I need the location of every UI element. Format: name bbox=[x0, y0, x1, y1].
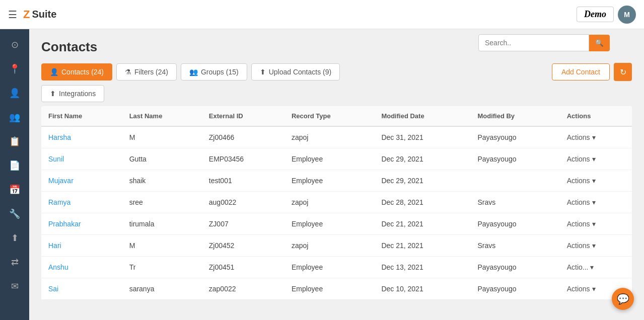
refresh-button[interactable]: ↻ bbox=[614, 63, 632, 81]
upload-tab-label: Upload Contacts (9) bbox=[269, 68, 332, 76]
sidebar: ⊙ 📍 👤 👥 📋 📄 📅 🔧 ⬆ ⇄ ✉ bbox=[0, 29, 29, 320]
sidebar-item-contacts[interactable]: 👤 bbox=[4, 83, 25, 104]
cell-lastname-5: M bbox=[122, 235, 202, 257]
contact-link-2[interactable]: Mujavar bbox=[48, 177, 74, 185]
col-actions: Actions bbox=[560, 106, 632, 126]
table-row: Ramya sree aug0022 zapoj Dec 28, 2021 Sr… bbox=[41, 192, 632, 213]
chevron-down-icon: ▾ bbox=[592, 242, 596, 250]
cell-actions-1: Actions ▾ bbox=[560, 148, 632, 170]
add-contact-button[interactable]: Add Contact bbox=[552, 63, 610, 81]
cell-actions-0: Actions ▾ bbox=[560, 126, 632, 148]
cell-lastname-1: Gutta bbox=[122, 148, 202, 170]
tab-filters[interactable]: ⚗ Filters (24) bbox=[116, 63, 177, 81]
avatar[interactable]: M bbox=[618, 6, 636, 24]
actions-button-3[interactable]: Actions ▾ bbox=[567, 198, 596, 206]
contacts-icon-tab: 👤 bbox=[50, 68, 58, 76]
chevron-down-icon: ▾ bbox=[592, 285, 596, 293]
cell-lastname-0: M bbox=[122, 126, 202, 148]
sidebar-item-email[interactable]: ✉ bbox=[4, 276, 25, 297]
contact-link-4[interactable]: Prabhakar bbox=[48, 220, 81, 228]
cell-modby-1: Payasyougo bbox=[470, 148, 559, 170]
table-row: Sai saranya zap0022 Employee Dec 10, 202… bbox=[41, 278, 632, 300]
cell-firstname-0: Harsha bbox=[41, 126, 122, 148]
sidebar-item-location[interactable]: 📍 bbox=[4, 58, 25, 79]
actions-button-2[interactable]: Actions ▾ bbox=[567, 177, 596, 185]
cell-recordtype-2: Employee bbox=[284, 170, 374, 192]
chevron-down-icon: ▾ bbox=[592, 177, 596, 185]
cell-actions-4: Actions ▾ bbox=[560, 213, 632, 235]
contact-link-0[interactable]: Harsha bbox=[48, 133, 71, 141]
cell-firstname-2: Mujavar bbox=[41, 170, 122, 192]
cell-firstname-7: Sai bbox=[41, 278, 122, 300]
cell-modby-3: Sravs bbox=[470, 192, 559, 213]
contact-link-7[interactable]: Sai bbox=[48, 285, 58, 293]
cell-lastname-6: Tr bbox=[122, 257, 202, 278]
col-lastname: Last Name bbox=[122, 106, 202, 126]
table-row: Hari M Zj00452 zapoj Dec 21, 2021 Sravs … bbox=[41, 235, 632, 257]
logo: Z Suite bbox=[23, 8, 56, 21]
sidebar-item-groups[interactable]: 👥 bbox=[4, 107, 25, 128]
col-externalid: External ID bbox=[202, 106, 284, 126]
actions-button-0[interactable]: Actions ▾ bbox=[567, 133, 596, 141]
sidebar-item-document[interactable]: 📄 bbox=[4, 155, 25, 176]
cell-externalid-4: ZJ007 bbox=[202, 213, 284, 235]
cell-actions-3: Actions ▾ bbox=[560, 192, 632, 213]
tab-integrations[interactable]: ⬆ Integrations bbox=[41, 85, 104, 102]
sidebar-item-tools[interactable]: 🔧 bbox=[4, 203, 25, 224]
contacts-tab-label: Contacts (24) bbox=[61, 68, 104, 76]
toolbar-row1: 👤 Contacts (24) ⚗ Filters (24) 👥 Groups … bbox=[41, 63, 632, 81]
main-content: Contacts 👤 Contacts (24) ⚗ Filters (24) … bbox=[29, 29, 644, 320]
sidebar-item-dashboard[interactable]: ⊙ bbox=[4, 34, 25, 55]
cell-modby-4: Payasyougo bbox=[470, 213, 559, 235]
actions-button-1[interactable]: Actions ▾ bbox=[567, 155, 596, 163]
tab-groups[interactable]: 👥 Groups (15) bbox=[181, 63, 247, 81]
cell-lastname-3: sree bbox=[122, 192, 202, 213]
contact-link-6[interactable]: Anshu bbox=[48, 263, 68, 271]
cell-modby-6: Payasyougo bbox=[470, 257, 559, 278]
table-header: First Name Last Name External ID Record … bbox=[41, 106, 632, 126]
tab-contacts[interactable]: 👤 Contacts (24) bbox=[41, 63, 112, 81]
chevron-down-icon: ▾ bbox=[592, 198, 596, 206]
cell-moddate-6: Dec 13, 2021 bbox=[374, 257, 470, 278]
sidebar-item-list[interactable]: 📋 bbox=[4, 131, 25, 152]
chat-bubble[interactable]: 💬 bbox=[612, 288, 634, 310]
contact-link-5[interactable]: Hari bbox=[48, 242, 61, 250]
table-row: Sunil Gutta EMP03456 Employee Dec 29, 20… bbox=[41, 148, 632, 170]
toolbar-tabs: 👤 Contacts (24) ⚗ Filters (24) 👥 Groups … bbox=[41, 63, 340, 81]
cell-firstname-3: Ramya bbox=[41, 192, 122, 213]
integrations-tab-label: Integrations bbox=[59, 90, 96, 98]
cell-firstname-5: Hari bbox=[41, 235, 122, 257]
contact-link-1[interactable]: Sunil bbox=[48, 155, 64, 163]
col-modby: Modified By bbox=[470, 106, 559, 126]
actions-button-5[interactable]: Actions ▾ bbox=[567, 242, 596, 250]
actions-button-6[interactable]: Actio... ▾ bbox=[567, 263, 594, 271]
table-row: Anshu Tr Zj00451 Employee Dec 13, 2021 P… bbox=[41, 257, 632, 278]
logo-icon: Z bbox=[23, 8, 30, 21]
nav-right: Demo M bbox=[577, 6, 636, 24]
filters-tab-label: Filters (24) bbox=[134, 68, 168, 76]
sidebar-item-transfer[interactable]: ⇄ bbox=[4, 252, 25, 273]
cell-externalid-1: EMP03456 bbox=[202, 148, 284, 170]
cell-lastname-7: saranya bbox=[122, 278, 202, 300]
actions-button-4[interactable]: Actions ▾ bbox=[567, 220, 596, 228]
sidebar-item-calendar[interactable]: 📅 bbox=[4, 179, 25, 200]
contact-link-3[interactable]: Ramya bbox=[48, 198, 70, 206]
search-input[interactable] bbox=[478, 34, 589, 51]
search-button[interactable]: 🔍 bbox=[589, 35, 610, 51]
logo-text: Suite bbox=[32, 9, 56, 20]
cell-moddate-1: Dec 29, 2021 bbox=[374, 148, 470, 170]
cell-externalid-5: Zj00452 bbox=[202, 235, 284, 257]
sidebar-item-upload[interactable]: ⬆ bbox=[4, 227, 25, 249]
cell-recordtype-5: zapoj bbox=[284, 235, 374, 257]
cell-moddate-7: Dec 10, 2021 bbox=[374, 278, 470, 300]
cell-externalid-3: aug0022 bbox=[202, 192, 284, 213]
tab-upload[interactable]: ⬆ Upload Contacts (9) bbox=[251, 63, 340, 81]
actions-button-7[interactable]: Actions ▾ bbox=[567, 285, 596, 293]
hamburger-icon[interactable]: ☰ bbox=[8, 9, 17, 21]
cell-actions-6: Actio... ▾ bbox=[560, 257, 632, 278]
chevron-down-icon: ▾ bbox=[592, 220, 596, 228]
cell-firstname-6: Anshu bbox=[41, 257, 122, 278]
cell-recordtype-1: Employee bbox=[284, 148, 374, 170]
filter-icon: ⚗ bbox=[125, 68, 131, 76]
chevron-down-icon: ▾ bbox=[592, 155, 596, 163]
